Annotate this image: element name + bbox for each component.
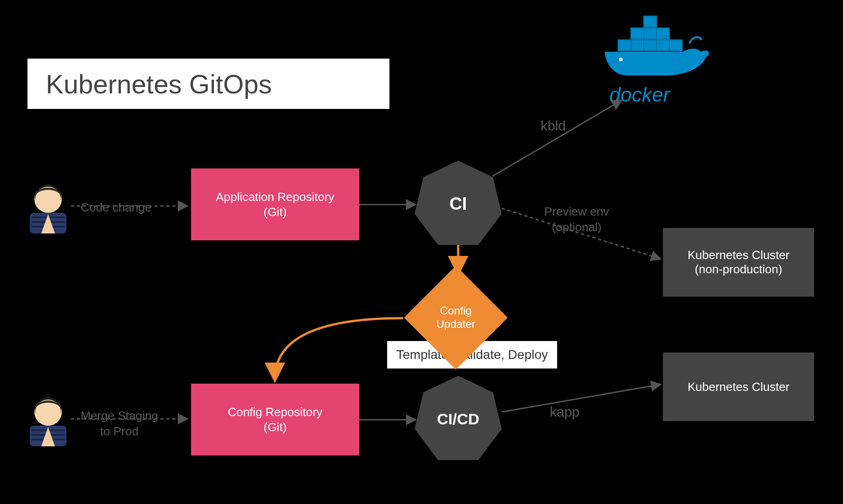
node-ci-label: CI [449, 194, 467, 214]
k8s-prod-l1: Kubernetes Cluster [688, 380, 790, 394]
svg-rect-3 [657, 28, 669, 39]
box-app-repo-l1: Application Repository [216, 190, 334, 204]
label-kbld: kbld [541, 118, 566, 134]
config-updater-l2: Updater [436, 318, 475, 331]
node-cicd-label: CI/CD [437, 410, 480, 428]
box-config-repository: Config Repository (Git) [191, 384, 359, 455]
label-kapp: kapp [550, 404, 580, 420]
svg-rect-6 [644, 40, 657, 51]
box-k8s-prod: Kubernetes Cluster [663, 352, 814, 421]
svg-rect-4 [618, 40, 631, 51]
diagram-title-box: Kubernetes GitOps [27, 59, 389, 109]
box-app-repo-l2: (Git) [263, 205, 287, 219]
box-k8s-nonprod: Kubernetes Cluster (non-production) [663, 228, 814, 297]
preview-l1: Preview env [544, 204, 609, 220]
k8s-nonprod-l2: (non-production) [695, 262, 783, 276]
svg-line-26 [493, 101, 621, 176]
diagram-title: Kubernetes GitOps [46, 69, 272, 99]
box-config-repo-l2: (Git) [263, 420, 287, 434]
box-config-repo-l1: Config Repository [228, 405, 323, 419]
svg-rect-2 [644, 28, 657, 39]
label-merge-staging-l2: to Prod [81, 424, 158, 439]
label-merge-staging-l1: Merge Staging [81, 408, 158, 424]
node-ci: CI [412, 158, 504, 249]
actor-bottom-icon [25, 391, 71, 446]
label-merge-staging: Merge Staging to Prod [81, 408, 158, 439]
actor-top-icon [25, 179, 71, 233]
svg-point-9 [619, 58, 623, 61]
svg-line-28 [502, 385, 660, 412]
docker-text: docker [609, 83, 670, 106]
svg-rect-7 [657, 40, 669, 51]
label-code-change: Code change [81, 201, 152, 215]
svg-rect-0 [644, 16, 657, 27]
svg-rect-5 [631, 40, 644, 51]
preview-l2: (optional) [544, 220, 609, 235]
k8s-nonprod-l1: Kubernetes Cluster [688, 248, 790, 262]
box-app-repository: Application Repository (Git) [191, 168, 359, 240]
config-updater-l1: Config [436, 304, 475, 318]
svg-rect-1 [631, 28, 644, 39]
label-preview-env: Preview env (optional) [544, 204, 609, 235]
node-cicd: CI/CD [412, 373, 504, 465]
svg-rect-8 [669, 40, 682, 51]
